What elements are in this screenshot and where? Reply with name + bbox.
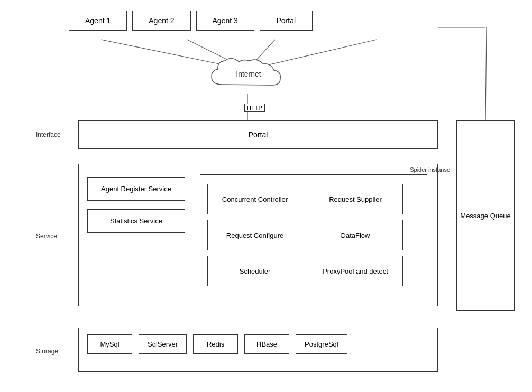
agent-1-box: Agent 1: [69, 11, 127, 31]
redis-box: Redis: [193, 334, 238, 354]
proxypool-detect-label: ProxyPool and detect: [323, 267, 388, 275]
svg-line-5: [485, 27, 487, 120]
message-queue-label: Message Queue: [460, 212, 510, 220]
agent-register-service-label: Agent Register Service: [101, 185, 171, 193]
spider-label: Spider instanse: [410, 166, 450, 173]
agent-register-service-box: Agent Register Service: [87, 177, 185, 201]
agent-1-label: Agent 1: [85, 16, 111, 25]
dataflow-box: DataFlow: [308, 220, 403, 250]
cloud-container: Internet: [206, 55, 291, 92]
sqlserver-box: SqlServer: [139, 334, 187, 354]
postgresql-box: PostgreSql: [296, 334, 347, 354]
agent-3-label: Agent 3: [213, 16, 238, 25]
diagram-container: Agent 1 Agent 2 Agent 3 Portal Internet …: [0, 0, 532, 392]
storage-label: Storage: [36, 348, 58, 355]
dataflow-label: DataFlow: [341, 231, 370, 239]
request-configure-label: Request Configure: [226, 231, 283, 239]
mysql-label: MySql: [100, 340, 119, 348]
request-configure-box: Request Configure: [207, 220, 302, 250]
message-queue-box: Message Queue: [456, 120, 515, 311]
portal-interface-box: Portal: [78, 120, 438, 149]
mysql-box: MySql: [87, 334, 132, 354]
agents-row: Agent 1 Agent 2 Agent 3 Portal: [69, 11, 313, 31]
left-services: Agent Register Service Statistics Servic…: [87, 177, 185, 233]
statistics-service-box: Statistics Service: [87, 209, 185, 233]
interface-label: Interface: [36, 131, 61, 138]
portal-interface-label: Portal: [249, 130, 268, 139]
cloud-shape: Internet: [206, 55, 291, 92]
agent-2-box: Agent 2: [132, 11, 190, 31]
scheduler-label: Scheduler: [240, 267, 271, 275]
concurrent-controller-box: Concurrent Controller: [207, 184, 302, 214]
redis-label: Redis: [207, 340, 224, 348]
portal-agent-box: Portal: [260, 11, 313, 31]
proxypool-detect-box: ProxyPool and detect: [308, 256, 403, 286]
sqlserver-label: SqlServer: [148, 340, 178, 348]
agent-2-label: Agent 2: [149, 16, 174, 25]
portal-agent-label: Portal: [277, 16, 296, 25]
agent-3-box: Agent 3: [196, 11, 254, 31]
http-label: HTTP: [244, 104, 265, 112]
request-supplier-box: Request Supplier: [308, 184, 403, 214]
scheduler-box: Scheduler: [207, 256, 302, 286]
request-supplier-label: Request Supplier: [329, 195, 382, 203]
cloud-label: Internet: [236, 70, 261, 78]
storage-boxes: MySql SqlServer Redis HBase PostgreSql: [87, 334, 347, 354]
hbase-box: HBase: [244, 334, 289, 354]
statistics-service-label: Statistics Service: [110, 217, 162, 225]
hbase-label: HBase: [256, 340, 277, 348]
service-label: Service: [36, 232, 57, 240]
spider-grid: Concurrent Controller Request Supplier R…: [207, 184, 403, 286]
concurrent-controller-label: Concurrent Controller: [222, 195, 288, 203]
postgresql-label: PostgreSql: [305, 340, 338, 348]
